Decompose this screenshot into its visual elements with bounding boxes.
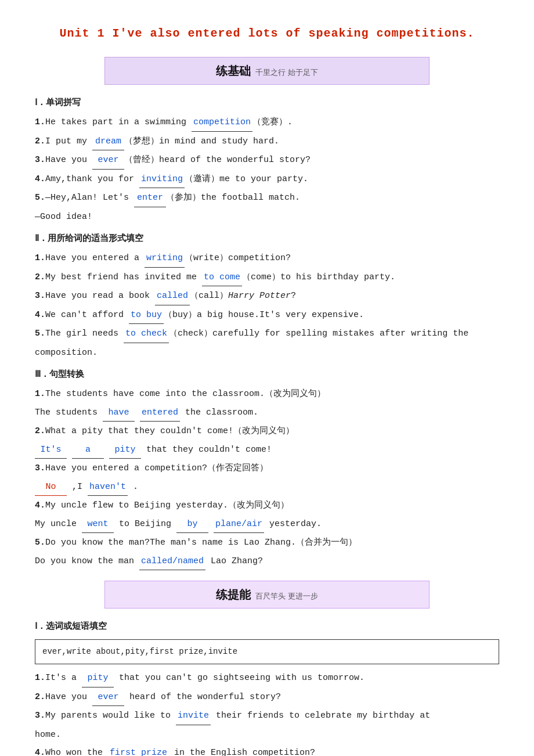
list-item: —Good idea!: [35, 209, 499, 226]
blank: pity: [109, 442, 141, 459]
section3-title: Ⅲ．句型转换: [35, 367, 499, 383]
list-item: 4.Who won the first prize in the English…: [35, 745, 499, 756]
blank: dream: [92, 134, 124, 151]
list-item: 5.—Hey,Alan! Let's enter（参加）the football…: [35, 190, 499, 207]
blank: to come: [202, 269, 242, 287]
banner1-main: 练基础: [216, 64, 251, 77]
blank: called: [155, 288, 190, 305]
list-item: 2.Have you ever heard of the wonderful s…: [35, 689, 499, 707]
blank: competition: [192, 114, 252, 132]
banner1-sub: 千里之行 始于足下: [255, 68, 317, 77]
banner2-main: 练提能: [216, 588, 251, 601]
banner-lian-jichu: 练基础千里之行 始于足下: [104, 57, 430, 85]
section4-title: Ⅰ．选词或短语填空: [35, 619, 499, 635]
list-item: Do you know the man called/named Lao Zha…: [35, 553, 499, 571]
blank: entered: [140, 405, 180, 422]
list-item: 2.I put my dream（梦想）in mind and study ha…: [35, 134, 499, 151]
list-item: 4.Amy,thank you for inviting（邀请）me to yo…: [35, 171, 499, 189]
list-item: 3.Have you ever（曾经）heard of the wonderfu…: [35, 152, 499, 170]
blank: have: [103, 405, 135, 422]
list-item: 4.My uncle flew to Beijing yesterday.（改为…: [35, 498, 499, 514]
list-item: 2.My best friend has invited me to come（…: [35, 269, 499, 287]
list-item: 3.Have you entered a competition?（作否定回答）: [35, 460, 499, 477]
list-item: It's a pity that they couldn't come!: [35, 442, 499, 459]
section1-title: Ⅰ．单词拼写: [35, 95, 499, 111]
list-item: My uncle went to Beijing by plane/air ye…: [35, 516, 499, 534]
blank: plane/air: [214, 516, 264, 534]
blank: pity: [82, 670, 114, 687]
blank: ever: [92, 689, 124, 707]
list-item: 4.We can't afford to buy（buy）a big house…: [35, 307, 499, 325]
blank: It's: [35, 442, 67, 459]
blank: invite: [176, 708, 211, 725]
blank: called/named: [139, 553, 205, 571]
list-item: composition.: [35, 345, 499, 362]
list-item: 3.My parents would like to invite their …: [35, 708, 499, 725]
page-title: Unit 1 I've also entered lots of speakin…: [35, 23, 499, 44]
list-item: 1.The students have come into the classr…: [35, 386, 499, 403]
blank: No: [35, 479, 67, 496]
blank: a: [72, 442, 104, 459]
list-item: The students have entered the classroom.: [35, 405, 499, 422]
blank: first prize: [108, 745, 169, 756]
list-item: 2.What a pity that they couldn't come!（改…: [35, 423, 499, 440]
banner-lian-tineng: 练提能百尺竿头 更进一步: [104, 581, 430, 609]
list-item: 3.Have you read a book called（call）Harry…: [35, 288, 499, 305]
blank: writing: [145, 250, 185, 268]
blank: inviting: [139, 171, 185, 189]
blank: to check: [124, 326, 169, 343]
blank: ever: [92, 152, 124, 170]
blank: by: [176, 516, 208, 534]
list-item: 1.He takes part in a swimming competitio…: [35, 114, 499, 132]
section2-title: Ⅱ．用所给词的适当形式填空: [35, 231, 499, 247]
list-item: No ,I haven't .: [35, 479, 499, 496]
blank: enter: [134, 190, 166, 207]
banner2-sub: 百尺竿头 更进一步: [255, 592, 317, 600]
blank: went: [82, 516, 114, 534]
blank: haven't: [88, 479, 128, 496]
list-item: 5.The girl needs to check（check）carefull…: [35, 326, 499, 343]
blank: to buy: [129, 307, 164, 325]
list-item: home.: [35, 727, 499, 744]
list-item: 1.Have you entered a writing（write）compe…: [35, 250, 499, 268]
list-item: 5.Do you know the man?The man's name is …: [35, 535, 499, 552]
word-bank: ever,write about,pity,first prize,invite: [35, 639, 499, 664]
list-item: 1.It's a pity that you can't go sightsee…: [35, 670, 499, 687]
